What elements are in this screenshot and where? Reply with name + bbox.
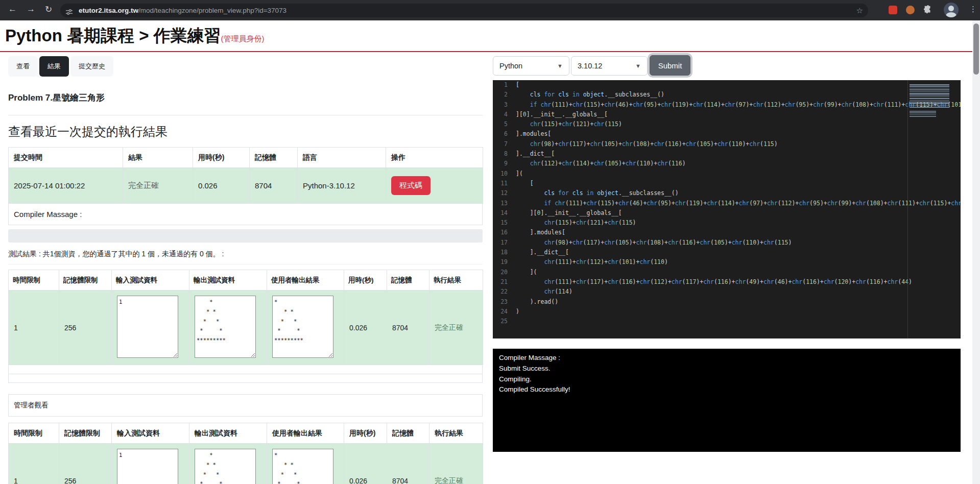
browser-toolbar: ← → ↻ etutor2.itsa.org.tw/mod/teachingzo… [0, 0, 980, 20]
language-select[interactable]: Python ▼ [493, 56, 569, 76]
source-code-button[interactable]: 程式碼 [391, 176, 431, 195]
col-memory: 記憶體 [250, 148, 298, 168]
code-line-3[interactable]: 3 if chr(111)+chr(115)+chr(46)+chr(95)+c… [493, 100, 961, 110]
col-mem-limit: 記憶體限制 [59, 423, 112, 444]
col-expected: 輸出測試資料 [189, 270, 267, 291]
submission-row: 2025-07-14 01:00:22 完全正確 0.026 8704 Pyth… [9, 168, 483, 204]
compiler-message-label: Compiler Massage : [8, 204, 483, 225]
code-line-18[interactable]: 18 ].__dict__[ [493, 248, 961, 257]
line-number: 9 [493, 159, 516, 168]
code-line-6[interactable]: 6].modules[ [493, 129, 961, 139]
tab-history[interactable]: 提交歷史 [70, 56, 113, 77]
minimap[interactable] [910, 84, 949, 109]
line-number: 20 [493, 268, 516, 277]
code-line-25[interactable]: 25 [493, 317, 961, 326]
browser-menu-icon[interactable]: ⋮ [969, 5, 977, 14]
col-verdict: 執行結果 [429, 270, 483, 291]
code-line-1[interactable]: 1[ [493, 80, 961, 90]
code-line-16[interactable]: 16 ].modules[ [493, 228, 961, 237]
admin-test-table: 時間限制 記憶體限制 輸入測試資料 輸出測試資料 使用者輸出結果 用時(秒) 記… [8, 423, 483, 484]
admin-user-output-textarea[interactable]: * * * * * * * ********* [272, 449, 333, 484]
col-expected: 輸出測試資料 [189, 423, 267, 444]
section-title: 查看最近一次提交的執行結果 [8, 124, 483, 140]
code-line-24[interactable]: 24) [493, 307, 961, 317]
code-editor[interactable]: 1[2 cls for cls in object.__subclasses__… [493, 80, 961, 338]
code-line-9[interactable]: 9 chr(112)+chr(114)+chr(105)+chr(110)+ch… [493, 159, 961, 168]
code-line-20[interactable]: 20 ]( [493, 268, 961, 277]
empty-rows [8, 365, 483, 383]
code-line-13[interactable]: 13 if chr(111)+chr(115)+chr(46)+chr(95)+… [493, 199, 961, 208]
code-line-15[interactable]: 15 chr(115)+chr(121)+chr(115) [493, 218, 961, 228]
scrollbar-thumb[interactable] [973, 23, 979, 75]
extension-icon-red[interactable] [889, 6, 897, 14]
col-time-limit: 時間限制 [9, 423, 59, 444]
line-number: 25 [493, 317, 516, 326]
col-time-used: 用時(秒) [344, 270, 387, 291]
submission-header-row: 提交時間 結果 用時(秒) 記憶體 語言 操作 [9, 148, 483, 168]
back-icon[interactable]: ← [8, 4, 17, 14]
line-number: 6 [493, 129, 516, 139]
col-mem-used: 記憶體 [387, 270, 429, 291]
code-line-21[interactable]: 21 chr(111)+chr(117)+chr(116)+chr(112)+c… [493, 277, 961, 287]
code-line-11[interactable]: 11 [ [493, 179, 961, 188]
chevron-down-icon: ▼ [557, 57, 563, 75]
submit-button[interactable]: Submit [650, 55, 690, 76]
extension-icon-orange[interactable] [906, 6, 915, 14]
line-number: 5 [493, 119, 516, 129]
tab-result[interactable]: 結果 [39, 56, 69, 77]
code-line-4[interactable]: 4][0].__init__.__globals__[ [493, 110, 961, 119]
tab-view[interactable]: 查看 [8, 56, 38, 77]
code-line-12[interactable]: 12 cls for cls in object.__subclasses__(… [493, 188, 961, 198]
profile-avatar[interactable] [944, 3, 959, 17]
user-output-textarea[interactable]: * * * * * * * ********* [272, 296, 333, 358]
code-line-23[interactable]: 23 ).read() [493, 297, 961, 307]
submit-language: Python-3.10.12 [298, 168, 386, 204]
forward-icon[interactable]: → [27, 4, 35, 14]
admin-input-textarea[interactable]: 1 [117, 449, 178, 484]
col-verdict: 執行結果 [429, 423, 483, 444]
line-number: 8 [493, 149, 516, 159]
verdict: 完全正確 [429, 291, 483, 365]
console-line: Submit Success. [499, 364, 954, 374]
input-data-textarea[interactable]: 1 [117, 296, 178, 358]
line-number: 4 [493, 110, 516, 119]
col-duration: 用時(秒) [193, 148, 250, 168]
version-select[interactable]: 3.10.12 ▼ [571, 56, 648, 76]
line-number: 15 [493, 218, 516, 228]
code-line-5[interactable]: 5 chr(115)+chr(121)+chr(115) [493, 119, 961, 129]
line-number: 24 [493, 307, 516, 317]
code-line-17[interactable]: 17 chr(98)+chr(117)+chr(105)+chr(108)+ch… [493, 238, 961, 248]
code-line-14[interactable]: 14 ][0].__init__.__globals__[ [493, 208, 961, 218]
code-line-22[interactable]: 22 chr(114) [493, 287, 961, 297]
col-time-limit: 時間限制 [9, 270, 59, 291]
code-line-19[interactable]: 19 chr(111)+chr(112)+chr(101)+chr(110) [493, 257, 961, 267]
url-path: /mod/teachingzone/problem_view.php?id=37… [138, 7, 286, 14]
code-line-8[interactable]: 8].__dict__[ [493, 149, 961, 159]
console-line: Compiled Successfully! [499, 384, 954, 395]
col-mem-limit: 記憶體限制 [59, 270, 112, 291]
line-number: 12 [493, 188, 516, 198]
verdict: 完全正確 [429, 444, 483, 484]
line-number: 13 [493, 199, 516, 208]
line-number: 16 [493, 228, 516, 237]
line-number: 18 [493, 248, 516, 257]
reload-icon[interactable]: ↻ [45, 4, 52, 15]
test-summary: 測試結果 : 共1個測資，您的通過了其中的 1 個，未通過的有 0 個。 : [8, 247, 483, 264]
minimap-block-2[interactable] [910, 111, 936, 118]
code-line-2[interactable]: 2 cls for cls in object.__subclasses__() [493, 90, 961, 100]
site-settings-icon[interactable] [65, 7, 73, 20]
bookmark-star-icon[interactable]: ☆ [856, 4, 863, 17]
memory-used: 8704 [387, 291, 429, 365]
col-input: 輸入測試資料 [112, 423, 189, 444]
extensions-puzzle-icon[interactable] [923, 5, 933, 16]
address-bar[interactable]: etutor2.itsa.org.tw/mod/teachingzone/pro… [60, 4, 868, 17]
expected-output-textarea[interactable]: * * * * * * * ********* [195, 296, 256, 358]
code-line-10[interactable]: 10]( [493, 169, 961, 179]
col-language: 語言 [298, 148, 386, 168]
page-scrollbar[interactable] [972, 20, 980, 484]
console-line: Compiling. [499, 374, 954, 385]
console-line: Compiler Massage : [499, 353, 954, 364]
code-line-7[interactable]: 7 chr(98)+chr(117)+chr(105)+chr(108)+chr… [493, 139, 961, 149]
admin-expected-textarea[interactable]: * * * * * * * ********* [195, 449, 256, 484]
course-breadcrumb: Python 暑期課程 > 作業練習 [5, 26, 221, 45]
